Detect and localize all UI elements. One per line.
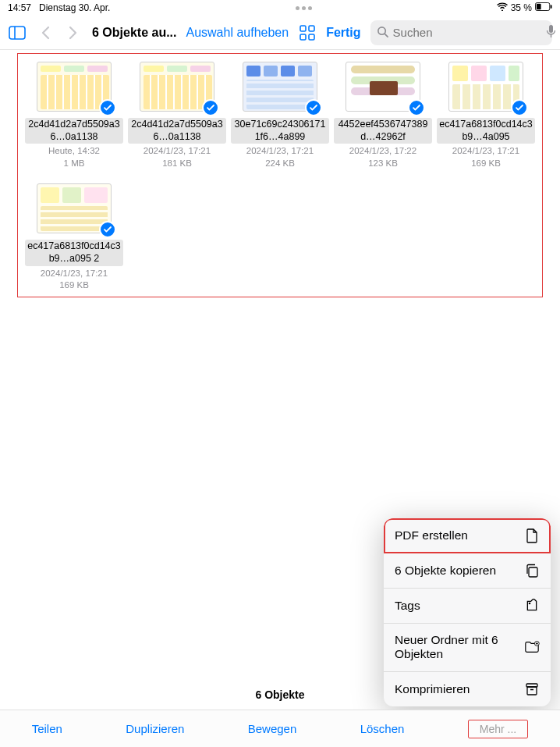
svg-rect-7 — [300, 34, 306, 40]
delete-button[interactable]: Löschen — [360, 722, 405, 735]
tag-icon — [524, 598, 540, 614]
view-grid-icon[interactable] — [298, 23, 317, 42]
file-name: 4452eef4536747389d…42962f — [334, 118, 432, 144]
multitask-dots[interactable] — [296, 6, 312, 10]
file-item[interactable]: 30e71c69c243061711f6…4a8992024/1/23, 17:… — [229, 62, 331, 169]
file-item[interactable]: 4452eef4536747389d…42962f2024/1/23, 17:2… — [331, 62, 434, 169]
dictation-icon[interactable] — [546, 24, 556, 41]
forward-icon[interactable] — [64, 23, 83, 42]
status-time: 14:57 — [8, 2, 31, 13]
archive-icon — [524, 681, 540, 697]
file-grid: 2c4d41d2a7d5509a36…0a1138Heute, 14:321 M… — [23, 62, 537, 306]
svg-rect-5 — [300, 26, 306, 31]
svg-rect-8 — [309, 34, 314, 40]
file-item[interactable]: 2c4d41d2a7d5509a36…0a1138Heute, 14:321 M… — [23, 62, 126, 169]
duplicate-button[interactable]: Duplizieren — [126, 722, 184, 735]
file-meta: Heute, 14:321 MB — [48, 145, 100, 169]
more-menu: PDF erstellen 6 Objekte kopieren Tags Ne… — [384, 518, 551, 706]
svg-point-14 — [529, 603, 531, 605]
svg-rect-11 — [549, 25, 553, 33]
wifi-icon — [497, 2, 508, 13]
svg-rect-3 — [9, 27, 25, 39]
file-meta: 2024/1/23, 17:21169 KB — [452, 145, 519, 169]
status-date: Dienstag 30. Apr. — [39, 2, 110, 13]
selected-check-icon — [511, 99, 528, 116]
document-icon — [524, 528, 540, 543]
menu-new-folder[interactable]: Neuer Ordner mit 6 Objekten — [384, 624, 551, 672]
selected-check-icon — [305, 99, 322, 116]
file-name: ec417a6813f0cd14c3b9…4a095 — [437, 118, 535, 144]
search-icon — [377, 26, 388, 40]
menu-compress[interactable]: Komprimieren — [384, 672, 551, 706]
file-name: 2c4d41d2a7d5509a36…0a1138 — [25, 118, 123, 144]
more-button[interactable]: Mehr ... — [468, 720, 528, 738]
file-meta: 2024/1/23, 17:21181 KB — [144, 145, 211, 169]
menu-tags[interactable]: Tags — [384, 589, 551, 624]
file-item[interactable]: 2c4d41d2a7d5509a36…0a11382024/1/23, 17:2… — [126, 62, 229, 169]
file-meta: 2024/1/23, 17:22123 KB — [349, 145, 416, 169]
move-button[interactable]: Bewegen — [248, 722, 297, 735]
back-icon[interactable] — [36, 23, 55, 42]
file-name: 30e71c69c243061711f6…4a899 — [231, 118, 329, 144]
menu-copy[interactable]: 6 Objekte kopieren — [384, 553, 551, 589]
bottom-toolbar: Teilen Duplizieren Bewegen Löschen Mehr … — [0, 710, 560, 747]
selection-highlight: 2c4d41d2a7d5509a36…0a1138Heute, 14:321 M… — [17, 53, 543, 297]
file-item[interactable]: ec417a6813f0cd14c3b9…a095 22024/1/23, 17… — [23, 183, 126, 291]
battery-icon — [535, 2, 552, 13]
menu-create-pdf[interactable]: PDF erstellen — [384, 518, 551, 553]
selected-check-icon — [99, 99, 116, 116]
selected-check-icon — [99, 221, 116, 238]
done-button[interactable]: Fertig — [326, 26, 360, 40]
folder-plus-icon — [524, 639, 540, 655]
selected-check-icon — [408, 99, 425, 116]
status-bar: 14:57 Dienstag 30. Apr. 35 % — [0, 0, 560, 16]
deselect-button[interactable]: Auswahl aufheben — [186, 26, 289, 40]
svg-rect-6 — [309, 26, 314, 31]
file-meta: 2024/1/23, 17:21224 KB — [246, 145, 314, 169]
selected-check-icon — [202, 99, 219, 116]
file-meta: 2024/1/23, 17:21169 KB — [41, 268, 108, 292]
search-field[interactable] — [370, 20, 552, 45]
file-item[interactable]: ec417a6813f0cd14c3b9…4a0952024/1/23, 17:… — [434, 62, 537, 169]
svg-rect-2 — [551, 5, 552, 9]
toolbar-title: 6 Objekte au... — [92, 26, 176, 40]
svg-rect-19 — [527, 687, 537, 695]
sidebar-toggle-icon[interactable] — [8, 23, 27, 42]
svg-rect-1 — [537, 4, 541, 9]
svg-line-10 — [385, 34, 388, 37]
share-button[interactable]: Teilen — [32, 722, 62, 735]
file-name: ec417a6813f0cd14c3b9…a095 2 — [25, 240, 123, 265]
svg-rect-13 — [529, 567, 537, 577]
toolbar: 6 Objekte au... Auswahl aufheben Fertig — [0, 16, 560, 50]
search-input[interactable] — [393, 26, 541, 39]
battery-pct: 35 % — [511, 2, 532, 13]
file-name: 2c4d41d2a7d5509a36…0a1138 — [128, 118, 226, 144]
copy-icon — [524, 563, 540, 578]
